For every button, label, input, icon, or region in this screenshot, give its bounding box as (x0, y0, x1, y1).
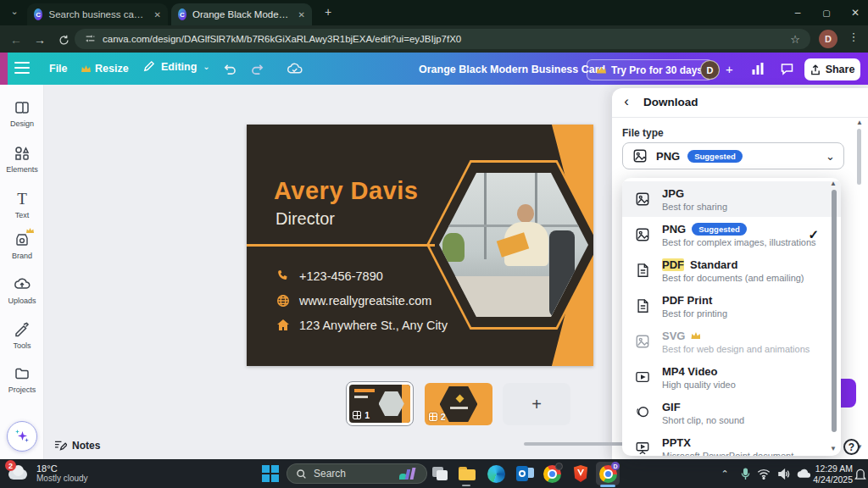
forward-icon[interactable]: → (31, 30, 49, 49)
add-page-button[interactable]: + (503, 383, 570, 425)
brave-icon[interactable] (571, 464, 590, 483)
url-bar[interactable]: canva.com/design/DAGlfSlR7kM/b7R6kGiXaRL… (75, 29, 810, 49)
sidebar-item-projects[interactable]: Projects (0, 364, 44, 394)
share-label: Share (826, 64, 855, 75)
notes-button[interactable]: Notes (54, 440, 100, 452)
notification-bell-icon[interactable] (853, 466, 868, 481)
hamburger-menu-icon[interactable] (14, 62, 30, 74)
chrome-active-icon[interactable]: D (598, 464, 617, 483)
option-pptx[interactable]: PPTX Microsoft PowerPoint document (622, 430, 841, 456)
speaker-icon[interactable] (776, 466, 791, 481)
window-maximize-button[interactable]: ▢ (815, 3, 837, 23)
taskbar-search[interactable]: Search (287, 463, 427, 484)
file-type-select[interactable]: PNG Suggested ⌄ (622, 142, 844, 169)
option-pdf-print[interactable]: PDF Print Best for printing (622, 288, 841, 324)
window-minimize-button[interactable]: – (787, 3, 809, 23)
weather-widget[interactable]: 2 18°C Mostly cloudy (7, 463, 88, 483)
sidebar-item-tools[interactable]: Tools (0, 320, 44, 350)
option-png[interactable]: PNG Suggested Best for complex images, i… (622, 217, 841, 252)
option-mp4[interactable]: MP4 Video High quality video (622, 359, 841, 395)
site-info-icon[interactable] (85, 33, 96, 46)
reload-icon[interactable] (54, 30, 73, 49)
add-member-icon[interactable]: + (726, 62, 733, 76)
resize-button[interactable]: Resize (81, 63, 129, 75)
new-tab-button[interactable]: + (320, 5, 336, 20)
task-view-icon[interactable] (431, 464, 449, 483)
home-icon (275, 318, 290, 332)
share-button[interactable]: Share (804, 58, 860, 80)
start-button[interactable] (261, 464, 280, 483)
back-icon[interactable]: ← (7, 30, 25, 49)
sidebar-item-elements[interactable]: Elements (0, 144, 44, 174)
option-pdf-standard[interactable]: PDF Standard Best for documents (and ema… (622, 252, 841, 288)
wifi-icon[interactable] (756, 466, 771, 481)
bookmark-star-icon[interactable]: ☆ (790, 33, 800, 46)
option-desc: Best for complex images, illustrations (662, 237, 816, 247)
option-gif[interactable]: GIF Short clip, no sound (622, 395, 841, 430)
dropdown-scrollbar[interactable] (832, 190, 837, 432)
browser-tab-1[interactable]: C Search business card - Canva ✕ (27, 3, 168, 25)
dropdown-scroll-up-icon[interactable]: ▲ (830, 180, 837, 187)
tab-search-icon[interactable]: ⌄ (7, 6, 22, 21)
tab-close-icon[interactable]: ✕ (298, 10, 305, 19)
option-label: SVG (662, 330, 685, 342)
sidebar-label: Design (10, 119, 34, 128)
microphone-icon[interactable] (737, 466, 753, 481)
redo-icon[interactable] (251, 63, 265, 79)
page-thumbnail-1-selected[interactable]: 1 (346, 381, 414, 426)
panel-divider (612, 117, 868, 118)
resize-label: Resize (95, 63, 129, 75)
file-menu-button[interactable]: File (49, 63, 68, 75)
card-role[interactable]: Director (275, 209, 335, 229)
browser-tab-2-active[interactable]: C Orange Black Modern Business ✕ (171, 3, 312, 25)
canva-assistant-button[interactable] (7, 421, 37, 452)
card-phone-row[interactable]: +123-456-7890 (275, 269, 383, 283)
comments-icon[interactable] (780, 62, 794, 79)
crown-icon (597, 67, 606, 74)
undo-icon[interactable] (222, 63, 236, 79)
canvas-horizontal-scrollbar[interactable] (524, 442, 632, 446)
check-icon: ✓ (808, 227, 819, 242)
tab-close-icon[interactable]: ✕ (154, 10, 161, 19)
window-close-button[interactable]: ✕ (844, 3, 866, 23)
edge-icon[interactable] (487, 464, 505, 483)
sidebar-item-text[interactable]: T Text (0, 190, 44, 219)
option-label: JPG (662, 187, 727, 200)
dropdown-scroll-down-icon[interactable]: ▼ (830, 446, 837, 452)
card-address-row[interactable]: 123 Anywhere St., Any City (275, 318, 448, 332)
panel-scroll-up-icon[interactable]: ▲ (856, 119, 863, 126)
panel-back-icon[interactable]: ‹ (620, 95, 633, 110)
design-title[interactable]: Orange Black Modern Business Card (419, 64, 605, 75)
sidebar-label: Brand (12, 252, 32, 260)
panel-scrollbar[interactable] (857, 129, 861, 185)
profile-badge (555, 463, 563, 470)
browser-profile-avatar[interactable]: D (819, 30, 837, 48)
card-name[interactable]: Avery Davis (274, 177, 418, 205)
open-app-indicator (462, 485, 470, 486)
tray-time: 12:29 AM (812, 463, 853, 474)
sidebar-item-uploads[interactable]: Uploads (0, 275, 44, 305)
file-explorer-icon[interactable] (458, 464, 476, 483)
option-label: PDF Print (662, 294, 727, 307)
chrome-icon[interactable] (542, 464, 561, 483)
sidebar-item-brand[interactable]: Brand (0, 230, 44, 260)
help-button[interactable]: ? (843, 439, 860, 455)
document-file-icon (634, 262, 651, 279)
page-thumbnail-2[interactable]: 2 (425, 383, 492, 425)
sidebar-item-design[interactable]: Design (0, 98, 44, 128)
onedrive-cloud-icon[interactable] (795, 466, 810, 481)
tray-clock[interactable]: 12:29 AM 4/24/2025 (812, 463, 853, 485)
editing-mode-dropdown[interactable]: Editing ⌄ (142, 60, 210, 73)
option-svg[interactable]: SVG Best for web design and animations (622, 324, 841, 359)
canva-avatar[interactable]: D (700, 60, 720, 80)
tray-expand-icon[interactable]: ⌃ (717, 466, 732, 481)
browser-menu-icon[interactable]: ⋮ (847, 30, 860, 47)
insights-chart-icon[interactable] (751, 62, 765, 79)
phone-icon (275, 269, 290, 283)
option-jpg[interactable]: JPG Best for sharing (622, 181, 841, 217)
outlook-icon[interactable] (515, 464, 534, 483)
business-card-canvas[interactable]: Avery Davis Director +123-456-7890 www.r… (247, 125, 593, 366)
try-pro-button[interactable]: Try Pro for 30 days (587, 59, 713, 80)
card-website-row[interactable]: www.reallygreatsite.com (275, 293, 431, 308)
image-file-icon (634, 226, 651, 243)
